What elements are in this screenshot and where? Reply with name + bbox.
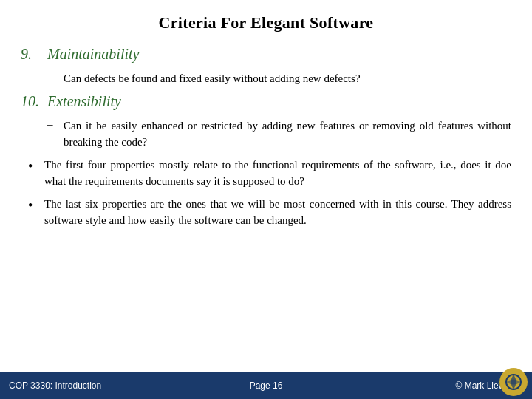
section-9-dash: – [47,70,64,83]
section-9-sub-item: – Can defects be found and fixed easily … [47,70,511,87]
section-10-sub-text: Can it be easily enhanced or restricted … [64,117,511,151]
section-10-heading: Extensibility [47,93,121,110]
section-9-row: 9. Maintainability [21,46,511,66]
section-10-number: 10. [21,93,47,110]
section-10-dash: – [47,117,64,131]
logo-circle [499,368,528,396]
footer: COP 3330: Introduction Page 16 © Mark Ll… [0,372,532,399]
bullet-2-text: The last six properties are the ones tha… [44,196,511,229]
footer-center: Page 16 [250,381,283,391]
footer-logo [499,368,529,398]
bullet-item-2: • The last six properties are the ones t… [28,196,511,229]
slide-container: Criteria For Elegant Software 9. Maintai… [0,0,532,399]
bullet-1-symbol: • [28,157,44,176]
section-9-heading: Maintainability [47,46,139,63]
slide-title: Criteria For Elegant Software [21,13,511,33]
main-content: Criteria For Elegant Software 9. Maintai… [0,0,532,372]
bullet-2-symbol: • [28,196,44,215]
footer-left: COP 3330: Introduction [9,381,101,391]
bullet-1-text: The first four properties mostly relate … [44,157,511,190]
section-10-row: 10. Extensibility [21,93,511,113]
bullet-item-1: • The first four properties mostly relat… [28,157,511,190]
section-10-sub-item: – Can it be easily enhanced or restricte… [47,117,511,151]
section-9-sub-text: Can defects be found and fixed easily wi… [64,70,361,87]
section-9-number: 9. [21,46,47,63]
